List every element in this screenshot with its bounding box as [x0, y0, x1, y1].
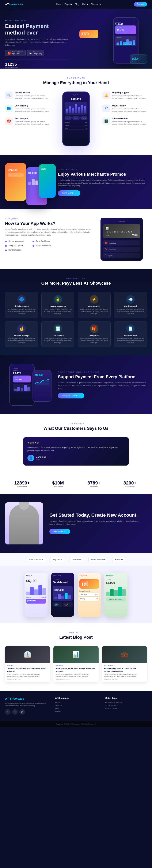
logo-prefix: AT: [5, 3, 9, 6]
paypal-option[interactable]: P PayPal: [103, 253, 140, 258]
cta-content: Get Started Today, Create New Account. T…: [49, 513, 147, 534]
testimonial-text: Lorem ipsum dolor sit amet, consectetur …: [27, 446, 125, 452]
support-feature-icon: 🎯: [5, 117, 13, 125]
footer-link-about[interactable]: About: [55, 702, 97, 703]
stat-label: Transactions: [41, 486, 75, 488]
step-item: Setup your profile: [5, 244, 24, 247]
service-secure-payments: 🔒 Secure Payments Global Payment curabit…: [41, 292, 74, 318]
user-feature-icon: 👥: [5, 104, 13, 112]
user2-feature-icon: 💎: [102, 104, 110, 112]
support-title: Support Payment From Every Platform: [58, 374, 147, 379]
services-grid: 🌐 Global Payments Global Payment curabit…: [5, 292, 147, 347]
apple-pay-option[interactable]: 🍎 Apple Pay: [103, 241, 140, 246]
store-buttons: 🍎 Download on the App Store ▶ Get it on …: [5, 50, 68, 56]
stat-label: Contributors: [113, 486, 147, 488]
nav-user[interactable]: User: [82, 3, 88, 5]
how-eyebrow: APP WORK: [5, 218, 94, 220]
promo-content: SOME PROMOS Enjoy Various Merchant's Pro…: [58, 168, 147, 196]
services-section: OUR SERVICES Get More, Payy Less AT Show…: [0, 269, 152, 355]
contact-button[interactable]: Contact: [134, 2, 147, 6]
read-more-button[interactable]: READ MORE →: [58, 190, 80, 196]
nav-pages[interactable]: Pages: [65, 3, 72, 5]
support-description: Macenat suspendisse ot ipsum sit amet di…: [58, 381, 147, 390]
feature-title-user: User Friendly: [15, 104, 50, 107]
how-steps-col1: Create an account Setup your profile Buy…: [5, 240, 24, 251]
send-button[interactable]: Send: [65, 116, 72, 120]
footer-contact: Get in Touch info@atshowcase.com +1 234 …: [105, 697, 147, 715]
footer-col1-title: AT Showcase: [55, 697, 97, 699]
promo-phones: Pay $240.00 VISA ****4523 Balance $1,290: [5, 163, 51, 201]
footer-brand-desc: Lorem ipsum dolor sit amet consectetur a…: [5, 702, 47, 707]
feature-title-support: Best Support: [15, 117, 50, 120]
ongoing-feature-icon: 🔔: [102, 92, 110, 99]
features-center-phone: My Wallet $18,340 Send Receive Top Up: [54, 92, 98, 146]
global-payments-icon: 🌐: [17, 295, 26, 304]
facebook-icon[interactable]: f: [5, 709, 10, 715]
card-chip: ▦: [105, 226, 138, 230]
feature-item-store: 🗄️ Store collection Lorem cum curabitur …: [102, 117, 147, 125]
feature-desc-user2: Lorem cum curabitur gravida nisl cras in…: [112, 108, 147, 112]
footer-link-services[interactable]: Services: [55, 704, 97, 706]
service-desc: Global Payment curabitur gravida nisl cr…: [7, 338, 36, 344]
giving-back-icon: 🎁: [90, 324, 98, 333]
store-feature-icon: 🗄️: [102, 117, 110, 125]
nav-blog[interactable]: Blog: [75, 3, 79, 5]
feature-title-search: Ease of Search: [15, 92, 50, 94]
payment-options: 🍎 Apple Pay G Google Pay P PayPal: [103, 241, 140, 258]
screen-orange: Apr, 2021 Cashback 15% Recent Rewards Sh…: [78, 572, 101, 617]
footer-link-blog[interactable]: Blog: [55, 707, 97, 709]
nav-links: Home Pages Blog User Finances: [56, 3, 101, 5]
author-name: John Doe: [36, 456, 46, 458]
nav-home[interactable]: Home: [56, 3, 62, 5]
google-pay-option[interactable]: G Google Pay: [103, 247, 140, 252]
how-description: Donec fringilla non aliqua at velit. Tin…: [5, 228, 94, 237]
floating-card-orange: Transactions +$2,340 Today: [79, 30, 98, 38]
feature-desc-search: Lorem cum curabitur gravida nisl cras in…: [15, 95, 50, 99]
apple-icon: 🍎: [7, 51, 11, 55]
service-desc: Global Payment curabitur gravida nisl cr…: [44, 308, 72, 314]
get-started-button[interactable]: Get Started →: [49, 529, 70, 534]
twitter-icon[interactable]: t: [12, 709, 18, 715]
service-title: Loan Finance: [44, 335, 72, 337]
stat-feedback: 3789+ Feedback: [77, 480, 111, 488]
view-more-button[interactable]: VIEW GET MORE →: [58, 393, 84, 398]
topup-button[interactable]: Top Up: [80, 116, 87, 120]
feature-title-ongoing: Ongoing Support: [112, 92, 147, 94]
linkedin-icon[interactable]: in: [20, 709, 25, 715]
how-card-visual: .WettApp ▦ 4562 1122 4595 7852 06/22 VIS…: [101, 218, 143, 261]
features-right-col: 🔔 Ongoing Support Lorem cum curabitur gr…: [102, 92, 147, 125]
how-content: APP WORK How to Your App Works? Donec fr…: [5, 218, 94, 251]
brand-logo[interactable]: ATSHOWCASE: [5, 3, 23, 6]
nav-finances[interactable]: Finances: [91, 3, 101, 5]
google-play-button[interactable]: ▶ Get it on Google Play: [27, 50, 45, 56]
testimonial-section: OUR REVIEW What Our Customers Says to Us…: [0, 414, 152, 474]
service-title: Invoice Cloud: [116, 305, 145, 307]
footer: AT Showcase Lorem ipsum dolor sit amet c…: [0, 691, 152, 721]
visa-card: ▦ 4562 1122 4595 7852 06/22 VISA: [103, 224, 140, 238]
step-item: Go to Dashboard: [32, 240, 51, 242]
screen-green: Analytics Monthly $8,920 ▲ 18% vs last m…: [104, 572, 128, 617]
hero-eyebrow: WE ARE THE BEST: [5, 19, 68, 21]
support-mini-chart: [34, 378, 49, 385]
blog-post-2[interactable]: 📊 Business Bank Partner, Order With Revi…: [53, 646, 98, 682]
loan-finance-icon: 📊: [54, 324, 62, 333]
service-invoice-cloud2: 📄 Invoice Cloud Global Payment curabitur…: [114, 321, 147, 347]
card-number: 4562 1122 4595 7852: [105, 231, 138, 233]
stat-label: Downloaded: [5, 486, 39, 488]
service-finance-manage: 💰 Finance Manage Global Payment curabitu…: [5, 321, 38, 347]
feature-item-ongoing: 🔔 Ongoing Support Lorem cum curabitur gr…: [102, 92, 147, 99]
receive-button[interactable]: Receive: [72, 116, 79, 120]
service-giving-back: 🎁 Giving Back Global Payment curabitur g…: [78, 321, 111, 347]
blog-post-3[interactable]: 💼 Technology Remarkably Accept & Great S…: [102, 646, 147, 682]
blog-grid: 👔 Finance The Best Way to Withdraw With …: [5, 646, 147, 682]
stat-label: Feedback: [77, 486, 111, 488]
feature-item-support: 🎯 Best Support Lorem cum curabitur gravi…: [5, 117, 50, 125]
partners-section: TALK & ACTION Sky Cloud COMPASS WALK·IS·…: [0, 553, 152, 566]
footer-brand: AT Showcase Lorem ipsum dolor sit amet c…: [5, 697, 47, 715]
footer-link-contact[interactable]: Contact: [55, 710, 97, 712]
stat-contributors: 3200+ Contributors: [113, 480, 147, 488]
app-store-button[interactable]: 🍎 Download on the App Store: [5, 50, 26, 56]
cta-description: Tut porttior ferre ipsum sit ut leo libe…: [49, 520, 147, 526]
support-section: No Cards Balance $5,546 Card **** 4523 T…: [0, 355, 152, 414]
blog-post-1[interactable]: 👔 Finance The Best Way to Withdraw With …: [5, 646, 50, 682]
